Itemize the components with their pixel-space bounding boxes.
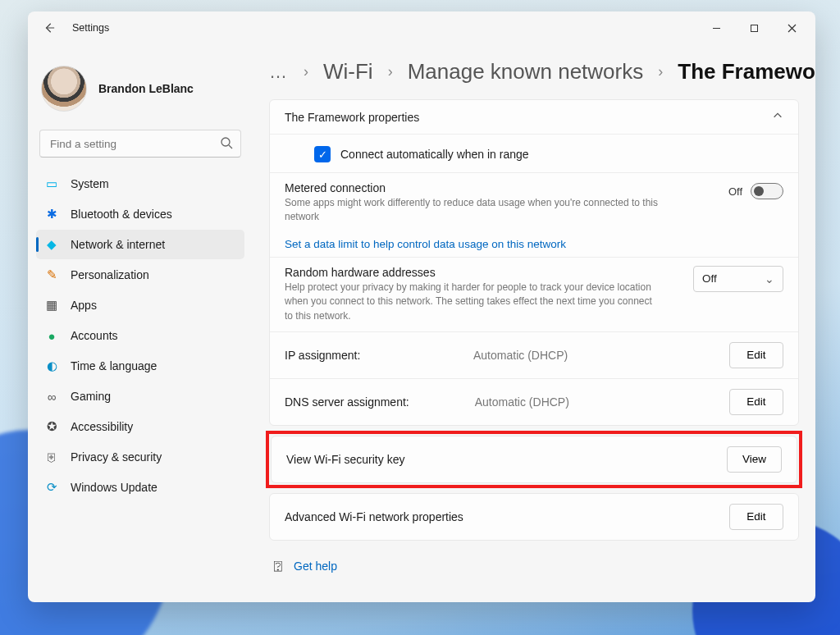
breadcrumb: … › Wi-Fi › Manage known networks › The … xyxy=(269,59,799,85)
sidebar-item-privacy[interactable]: ⛨Privacy & security xyxy=(36,442,244,472)
user-block[interactable]: Brandon LeBlanc xyxy=(36,53,244,121)
help-row: ⍰ Get help xyxy=(269,559,799,573)
sidebar-item-time-language[interactable]: ◐Time & language xyxy=(36,351,244,381)
ip-assignment-edit-button[interactable]: Edit xyxy=(729,342,783,368)
settings-window: Settings Brandon LeBlanc ▭System ✱Blueto… xyxy=(28,11,815,602)
main-content: … › Wi-Fi › Manage known networks › The … xyxy=(249,44,815,602)
chevron-up-icon xyxy=(772,110,783,124)
metered-toggle-label: Off xyxy=(728,185,742,198)
gamepad-icon: ∞ xyxy=(44,389,59,404)
chevron-down-icon: ⌄ xyxy=(765,272,774,286)
back-button[interactable] xyxy=(41,20,57,36)
breadcrumb-current: The Framework xyxy=(678,59,815,85)
dns-assignment-label: DNS server assignment: xyxy=(285,395,409,409)
auto-connect-label: Connect automatically when in range xyxy=(340,148,529,161)
breadcrumb-wifi[interactable]: Wi-Fi xyxy=(323,59,373,85)
security-key-label: View Wi-Fi security key xyxy=(286,453,404,466)
maximize-button[interactable] xyxy=(735,11,773,44)
sidebar-item-label: Accounts xyxy=(71,329,118,342)
sidebar-item-network[interactable]: ◆Network & internet xyxy=(36,230,244,259)
sidebar-item-windows-update[interactable]: ⟳Windows Update xyxy=(36,473,244,502)
random-mac-select[interactable]: Off ⌄ xyxy=(693,266,783,292)
sidebar-item-label: Network & internet xyxy=(71,238,165,251)
dns-assignment-edit-button[interactable]: Edit xyxy=(729,389,783,415)
random-mac-title: Random hardware addresses xyxy=(285,266,662,279)
sidebar-item-label: Apps xyxy=(71,299,97,312)
dns-assignment-value: Automatic (DHCP) xyxy=(475,395,569,409)
chevron-right-icon: › xyxy=(388,63,393,80)
close-button[interactable] xyxy=(773,11,810,44)
sidebar-item-bluetooth[interactable]: ✱Bluetooth & devices xyxy=(36,199,244,229)
section-title: The Framework properties xyxy=(285,111,419,124)
sidebar-nav: ▭System ✱Bluetooth & devices ◆Network & … xyxy=(36,169,244,502)
sidebar-item-label: Personalization xyxy=(71,268,149,281)
search-container xyxy=(39,130,241,158)
sidebar-item-label: Windows Update xyxy=(71,481,158,494)
sidebar-item-accounts[interactable]: ●Accounts xyxy=(36,321,244,350)
avatar xyxy=(41,66,87,112)
view-security-key-button[interactable]: View xyxy=(727,446,782,473)
random-mac-value: Off xyxy=(702,272,717,285)
bluetooth-icon: ✱ xyxy=(44,207,59,222)
breadcrumb-overflow[interactable]: … xyxy=(269,62,289,83)
search-input[interactable] xyxy=(39,130,241,158)
sidebar-item-label: Accessibility xyxy=(71,420,133,433)
ip-assignment-value: Automatic (DHCP) xyxy=(473,349,568,362)
security-key-card: View Wi-Fi security key View xyxy=(271,436,797,483)
globe-icon: ◐ xyxy=(44,359,59,373)
breadcrumb-manage-known-networks[interactable]: Manage known networks xyxy=(408,59,644,85)
sidebar-item-label: Gaming xyxy=(71,390,111,403)
sidebar-item-system[interactable]: ▭System xyxy=(36,169,244,199)
advanced-card: Advanced Wi-Fi network properties Edit xyxy=(269,493,799,541)
section-header[interactable]: The Framework properties xyxy=(270,100,798,135)
metered-title: Metered connection xyxy=(285,181,662,194)
minimize-button[interactable] xyxy=(697,11,735,44)
sidebar-item-gaming[interactable]: ∞Gaming xyxy=(36,381,244,411)
sidebar-item-label: System xyxy=(71,177,109,190)
advanced-edit-button[interactable]: Edit xyxy=(729,504,783,530)
random-mac-desc: Help protect your privacy by making it h… xyxy=(285,281,662,323)
auto-connect-checkbox[interactable]: ✓ xyxy=(314,146,331,162)
chevron-right-icon: › xyxy=(658,63,663,80)
get-help-link[interactable]: Get help xyxy=(294,560,337,573)
properties-card: The Framework properties ✓ Connect autom… xyxy=(269,99,799,426)
grid-icon: ▦ xyxy=(44,298,59,313)
sidebar-item-label: Bluetooth & devices xyxy=(71,208,172,221)
user-name: Brandon LeBlanc xyxy=(98,82,194,95)
sidebar-item-label: Privacy & security xyxy=(71,450,162,464)
person-icon: ● xyxy=(44,328,59,343)
metered-desc: Some apps might work differently to redu… xyxy=(285,196,662,225)
svg-rect-1 xyxy=(751,25,757,31)
shield-icon: ⛨ xyxy=(44,450,59,464)
sidebar-item-apps[interactable]: ▦Apps xyxy=(36,290,244,320)
display-icon: ▭ xyxy=(44,176,59,191)
sidebar: Brandon LeBlanc ▭System ✱Bluetooth & dev… xyxy=(28,44,249,602)
data-limit-link[interactable]: Set a data limit to help control data us… xyxy=(285,233,566,257)
wifi-icon: ◆ xyxy=(44,237,59,252)
metered-toggle[interactable] xyxy=(751,183,783,199)
brush-icon: ✎ xyxy=(44,267,59,282)
help-icon: ⍰ xyxy=(274,559,282,573)
sidebar-item-personalization[interactable]: ✎Personalization xyxy=(36,260,244,290)
ip-assignment-label: IP assignment: xyxy=(285,349,408,362)
chevron-right-icon: › xyxy=(304,63,308,80)
sidebar-item-label: Time & language xyxy=(71,359,157,372)
advanced-label: Advanced Wi-Fi network properties xyxy=(285,510,463,523)
app-title: Settings xyxy=(72,22,109,34)
sidebar-item-accessibility[interactable]: ✪Accessibility xyxy=(36,412,244,441)
titlebar: Settings xyxy=(28,11,815,44)
accessibility-icon: ✪ xyxy=(44,419,59,434)
highlight-annotation: View Wi-Fi security key View xyxy=(266,431,802,488)
refresh-icon: ⟳ xyxy=(44,480,59,495)
